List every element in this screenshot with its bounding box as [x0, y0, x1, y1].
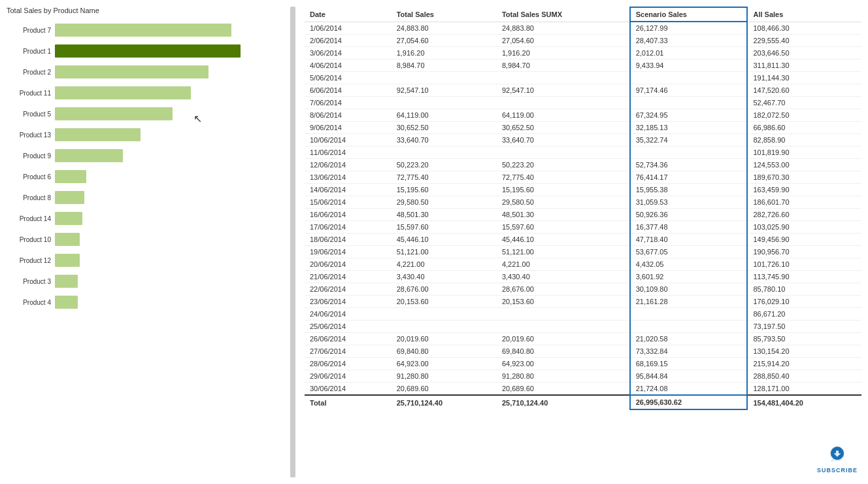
- bar-row[interactable]: Product 4: [7, 293, 281, 311]
- bar-container: [55, 296, 281, 309]
- table-cell: 1,916.20: [497, 47, 630, 60]
- table-cell: 73,332.84: [630, 345, 748, 358]
- table-cell: 20,689.60: [497, 383, 630, 396]
- table-cell: 24,883.80: [497, 22, 630, 35]
- subscribe-label: SUBSCRIBE: [817, 467, 858, 474]
- bar-label: Product 3: [7, 278, 51, 285]
- bar-label: Product 8: [7, 194, 51, 201]
- table-cell: 10/06/2014: [305, 134, 392, 147]
- bar-row[interactable]: Product 6: [7, 167, 281, 186]
- table-cell: 33,640.70: [497, 134, 630, 147]
- bar-row[interactable]: Product 8: [7, 188, 281, 207]
- table-cell: 8,984.70: [497, 60, 630, 72]
- bar-row[interactable]: Product 7: [7, 21, 281, 39]
- table-cell: [392, 320, 497, 333]
- bar-label: Product 2: [7, 69, 51, 76]
- table-row: 17/06/201415,597.6015,597.6016,377.48103…: [305, 221, 861, 233]
- table-cell: 182,072.50: [747, 109, 861, 122]
- bar-row[interactable]: Product 5: [7, 105, 281, 123]
- bar-row[interactable]: Product 10: [7, 230, 281, 249]
- table-cell: 21,724.08: [630, 383, 748, 396]
- bar-container: [55, 149, 281, 162]
- bar-label: Product 1: [7, 48, 51, 55]
- table-cell: 53,677.05: [630, 246, 748, 258]
- bar-row[interactable]: Product 9: [7, 147, 281, 165]
- table-footer-cell: 154,481,404.20: [747, 395, 861, 409]
- bar-fill: [55, 191, 84, 204]
- bar-label: Product 5: [7, 111, 51, 118]
- table-row: 23/06/201420,153.6020,153.6021,161.28176…: [305, 296, 861, 308]
- table-cell: 128,171.00: [747, 383, 861, 396]
- table-cell: 66,986.60: [747, 122, 861, 134]
- table-cell: 19/06/2014: [305, 246, 392, 258]
- table-cell: 13/06/2014: [305, 171, 392, 184]
- bar-row[interactable]: Product 2: [7, 63, 281, 81]
- bar-row[interactable]: Product 13: [7, 126, 281, 144]
- table-cell: 189,670.30: [747, 171, 861, 184]
- chart-title: Total Sales by Product Name: [7, 7, 281, 14]
- main-container: Total Sales by Product Name Product 7Pro…: [0, 0, 868, 484]
- bar-row[interactable]: Product 1: [7, 42, 281, 60]
- table-header-cell: Total Sales SUMX: [497, 7, 630, 22]
- table-cell: [392, 308, 497, 320]
- table-cell: 4/06/2014: [305, 60, 392, 72]
- table-cell: 52,467.70: [747, 97, 861, 109]
- bar-label: Product 12: [7, 257, 51, 264]
- table-cell: 45,446.10: [392, 233, 497, 246]
- table-cell: 26/06/2014: [305, 333, 392, 345]
- bar-row[interactable]: Product 3: [7, 272, 281, 290]
- table-cell: 30/06/2014: [305, 383, 392, 396]
- table-row: 2/06/201427,054.6027,054.6028,407.33229,…: [305, 35, 861, 47]
- table-cell: 163,459.90: [747, 184, 861, 196]
- table-cell: 48,501.30: [392, 209, 497, 221]
- table-cell: [630, 320, 748, 333]
- table-cell: 50,926.36: [630, 209, 748, 221]
- table-cell: 28,676.00: [497, 283, 630, 296]
- bar-fill: [55, 233, 80, 246]
- bar-container: [55, 44, 281, 58]
- table-cell: 24,883.80: [392, 22, 497, 35]
- table-cell: 124,553.00: [747, 159, 861, 171]
- table-cell: 50,223.20: [497, 159, 630, 171]
- table-cell: 24/06/2014: [305, 308, 392, 320]
- table-cell: 16/06/2014: [305, 209, 392, 221]
- table-cell: 17/06/2014: [305, 221, 392, 233]
- table-cell: [630, 72, 748, 84]
- table-cell: 23/06/2014: [305, 296, 392, 308]
- bar-row[interactable]: Product 11: [7, 84, 281, 102]
- bar-container: [55, 170, 281, 183]
- table-row: 21/06/20143,430.403,430.403,601.92113,74…: [305, 271, 861, 283]
- table-row: 29/06/201491,280.8091,280.8095,844.84288…: [305, 370, 861, 383]
- bar-fill: [55, 24, 231, 37]
- table-cell: 20,019.60: [497, 333, 630, 345]
- bar-fill: [55, 86, 191, 99]
- table-row: 7/06/201452,467.70: [305, 97, 861, 109]
- table-row: 8/06/201464,119.0064,119.0067,324.95182,…: [305, 109, 861, 122]
- table-cell: 25/06/2014: [305, 320, 392, 333]
- table-cell: 30,109.80: [630, 283, 748, 296]
- table-row: 6/06/201492,547.1092,547.1097,174.46147,…: [305, 84, 861, 97]
- table-cell: 15/06/2014: [305, 196, 392, 209]
- table-row: 9/06/201430,652.5030,652.5032,185.1366,9…: [305, 122, 861, 134]
- subscribe-icon: [828, 445, 846, 467]
- table-cell: [630, 147, 748, 159]
- bar-label: Product 6: [7, 173, 51, 181]
- table-cell: 21,161.28: [630, 296, 748, 308]
- bar-container: [55, 212, 281, 225]
- bar-fill: [55, 296, 78, 309]
- table-cell: [497, 72, 630, 84]
- table-cell: 76,414.17: [630, 171, 748, 184]
- table-footer-cell: 26,995,630.62: [630, 395, 748, 409]
- table-cell: 51,121.00: [392, 246, 497, 258]
- table-row: 11/06/2014101,819.90: [305, 147, 861, 159]
- table-cell: 51,121.00: [497, 246, 630, 258]
- bar-row[interactable]: Product 12: [7, 251, 281, 269]
- table-cell: [392, 97, 497, 109]
- table-cell: 103,025.90: [747, 221, 861, 233]
- table-footer-cell: Total: [305, 395, 392, 409]
- table-section[interactable]: DateTotal SalesTotal Sales SUMXScenario …: [305, 7, 861, 477]
- bar-fill: [55, 254, 80, 267]
- bar-row[interactable]: Product 14: [7, 209, 281, 228]
- table-row: 18/06/201445,446.1045,446.1047,718.40149…: [305, 233, 861, 246]
- table-cell: 47,718.40: [630, 233, 748, 246]
